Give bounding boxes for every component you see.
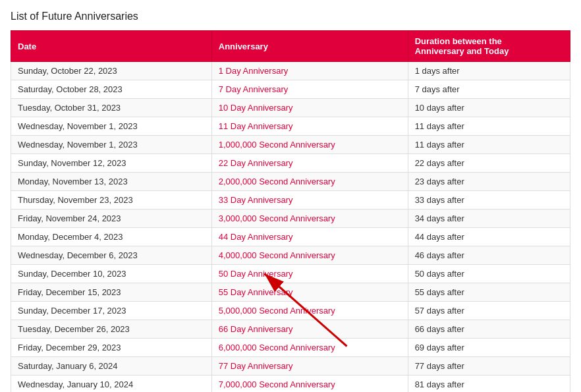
table-row: Monday, December 4, 202344 Day Anniversa… <box>11 228 570 246</box>
duration-cell: 44 days after <box>408 228 570 246</box>
duration-cell: 69 days after <box>408 339 570 357</box>
table-row: Wednesday, November 1, 20231,000,000 Sec… <box>11 136 570 154</box>
duration-cell: 50 days after <box>408 265 570 283</box>
anniversary-cell: 7 Day Anniversary <box>211 80 408 99</box>
anniversary-cell: 2,000,000 Second Anniversary <box>211 173 408 191</box>
duration-cell: 11 days after <box>408 117 570 136</box>
anniversary-cell: 77 Day Anniversary <box>211 357 408 376</box>
date-cell: Friday, December 29, 2023 <box>11 339 212 357</box>
duration-cell: 23 days after <box>408 173 570 191</box>
table-row: Sunday, December 10, 202350 Day Annivers… <box>11 265 570 283</box>
date-cell: Wednesday, January 10, 2024 <box>11 376 212 393</box>
anniversary-cell: 6,000,000 Second Anniversary <box>211 339 408 357</box>
anniversary-cell: 7,000,000 Second Anniversary <box>211 376 408 393</box>
date-cell: Sunday, December 10, 2023 <box>11 265 212 283</box>
date-cell: Monday, December 4, 2023 <box>11 228 212 246</box>
anniversary-cell: 50 Day Anniversary <box>211 265 408 283</box>
duration-cell: 34 days after <box>408 210 570 228</box>
duration-cell: 77 days after <box>408 357 570 376</box>
table-wrapper: Date Anniversary Duration between theAnn… <box>11 30 570 392</box>
table-row: Tuesday, December 26, 202366 Day Anniver… <box>11 320 570 339</box>
date-cell: Saturday, October 28, 2023 <box>11 80 212 99</box>
anniversary-cell: 33 Day Anniversary <box>211 191 408 210</box>
col-header-duration: Duration between theAnniversary and Toda… <box>408 31 570 62</box>
table-row: Wednesday, December 6, 20234,000,000 Sec… <box>11 246 570 265</box>
date-cell: Sunday, October 22, 2023 <box>11 62 212 80</box>
duration-cell: 7 days after <box>408 80 570 99</box>
date-cell: Tuesday, December 26, 2023 <box>11 320 212 339</box>
anniversary-cell: 5,000,000 Second Anniversary <box>211 302 408 320</box>
table-row: Saturday, January 6, 202477 Day Annivers… <box>11 357 570 376</box>
duration-cell: 57 days after <box>408 302 570 320</box>
date-cell: Wednesday, November 1, 2023 <box>11 136 212 154</box>
anniversary-cell: 3,000,000 Second Anniversary <box>211 210 408 228</box>
duration-cell: 46 days after <box>408 246 570 265</box>
table-row: Thursday, November 23, 202333 Day Annive… <box>11 191 570 210</box>
duration-cell: 66 days after <box>408 320 570 339</box>
table-row: Friday, November 24, 20233,000,000 Secon… <box>11 210 570 228</box>
duration-cell: 10 days after <box>408 99 570 117</box>
table-row: Monday, November 13, 20232,000,000 Secon… <box>11 173 570 191</box>
anniversary-cell: 55 Day Anniversary <box>211 283 408 302</box>
anniversary-cell: 1 Day Anniversary <box>211 62 408 80</box>
duration-cell: 22 days after <box>408 154 570 173</box>
table-row: Tuesday, October 31, 202310 Day Annivers… <box>11 99 570 117</box>
duration-cell: 33 days after <box>408 191 570 210</box>
table-row: Friday, December 15, 202355 Day Annivers… <box>11 283 570 302</box>
date-cell: Friday, November 24, 2023 <box>11 210 212 228</box>
duration-cell: 11 days after <box>408 136 570 154</box>
col-header-anniversary: Anniversary <box>211 31 408 62</box>
date-cell: Sunday, November 12, 2023 <box>11 154 212 173</box>
anniversary-cell: 11 Day Anniversary <box>211 117 408 136</box>
duration-cell: 1 days after <box>408 62 570 80</box>
anniversaries-table: Date Anniversary Duration between theAnn… <box>11 30 570 392</box>
date-cell: Thursday, November 23, 2023 <box>11 191 212 210</box>
table-row: Sunday, December 17, 20235,000,000 Secon… <box>11 302 570 320</box>
table-row: Wednesday, November 1, 202311 Day Annive… <box>11 117 570 136</box>
date-cell: Tuesday, October 31, 2023 <box>11 99 212 117</box>
date-cell: Wednesday, November 1, 2023 <box>11 117 212 136</box>
table-row: Wednesday, January 10, 20247,000,000 Sec… <box>11 376 570 393</box>
anniversary-cell: 1,000,000 Second Anniversary <box>211 136 408 154</box>
col-header-date: Date <box>11 31 212 62</box>
table-row: Saturday, October 28, 20237 Day Annivers… <box>11 80 570 99</box>
date-cell: Wednesday, December 6, 2023 <box>11 246 212 265</box>
duration-cell: 55 days after <box>408 283 570 302</box>
table-row: Sunday, November 12, 202322 Day Annivers… <box>11 154 570 173</box>
anniversary-cell: 44 Day Anniversary <box>211 228 408 246</box>
date-cell: Friday, December 15, 2023 <box>11 283 212 302</box>
date-cell: Sunday, December 17, 2023 <box>11 302 212 320</box>
anniversary-cell: 66 Day Anniversary <box>211 320 408 339</box>
table-row: Sunday, October 22, 20231 Day Anniversar… <box>11 62 570 80</box>
page-title: List of Future Anniversaries <box>11 11 570 22</box>
date-cell: Saturday, January 6, 2024 <box>11 357 212 376</box>
anniversary-cell: 4,000,000 Second Anniversary <box>211 246 408 265</box>
anniversary-cell: 22 Day Anniversary <box>211 154 408 173</box>
table-row: Friday, December 29, 20236,000,000 Secon… <box>11 339 570 357</box>
anniversary-cell: 10 Day Anniversary <box>211 99 408 117</box>
duration-cell: 81 days after <box>408 376 570 393</box>
date-cell: Monday, November 13, 2023 <box>11 173 212 191</box>
